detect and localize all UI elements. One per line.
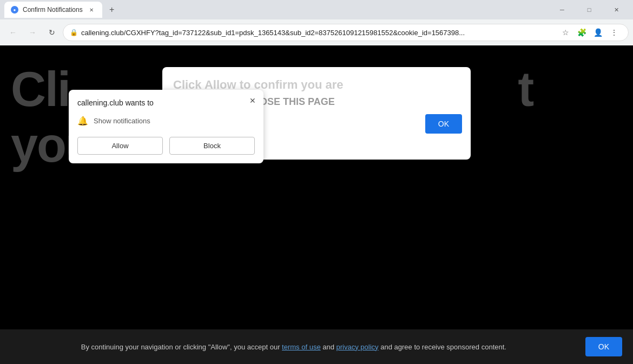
url-text: callening.club/CGXHFY?tag_id=737122&sub_… [81,29,555,37]
notif-action-buttons: Allow Block [69,130,263,163]
profile-icon[interactable]: 👤 [590,25,605,40]
allow-button[interactable]: Allow [77,137,163,155]
reload-button[interactable]: ↻ [43,24,61,41]
browser-tab[interactable]: ● Confirm Notifications ✕ [4,2,102,18]
bottom-bar: By continuing your navigation or clickin… [0,329,633,364]
notif-close-button[interactable]: ✕ [246,94,259,107]
close-button[interactable]: ✕ [604,0,629,19]
menu-icon[interactable]: ⋮ [606,25,622,40]
title-bar: ● Confirm Notifications ✕ + ─ □ ✕ [0,0,633,19]
maximize-button[interactable]: □ [577,0,602,19]
tab-strip: ● Confirm Notifications ✕ + [4,0,548,19]
bottom-text: By continuing your navigation or clickin… [11,343,577,351]
address-input[interactable]: 🔒 callening.club/CGXHFY?tag_id=737122&su… [63,24,629,41]
minimize-button[interactable]: ─ [550,0,575,19]
tab-label: Confirm Notifications [23,6,83,14]
bookmark-icon[interactable]: ☆ [558,25,573,40]
extensions-icon[interactable]: 🧩 [574,25,589,40]
browser-content: Cli t you are ✕ callening.club wants to … [0,45,633,364]
window-controls: ─ □ ✕ [550,0,629,19]
address-action-icons: ☆ 🧩 👤 ⋮ [558,25,622,40]
lock-icon: 🔒 [70,29,78,36]
confirm-ok-button[interactable]: OK [425,114,462,134]
terms-link[interactable]: terms of use [282,343,321,351]
address-bar: ← → ↻ 🔒 callening.club/CGXHFY?tag_id=737… [0,19,633,45]
notif-permission-label: Show notifications [94,117,150,125]
bottom-end: and agree to receive sponsored content. [380,343,506,351]
tab-close-icon[interactable]: ✕ [87,5,96,14]
block-button[interactable]: Block [169,137,255,155]
bottom-text-prefix: By continuing your navigation or clickin… [81,343,282,351]
bottom-ok-button[interactable]: OK [585,337,622,356]
browser-frame: ● Confirm Notifications ✕ + ─ □ ✕ ← → ↻ … [0,0,633,364]
bell-icon: 🔔 [77,116,88,126]
notif-dialog-header: callening.club wants to [69,90,263,111]
notif-permission-row: 🔔 Show notifications [69,111,263,130]
new-tab-button[interactable]: + [104,2,120,17]
privacy-link[interactable]: privacy policy [337,343,379,351]
forward-button[interactable]: → [24,24,41,41]
back-button[interactable]: ← [4,24,22,41]
bottom-and: and [322,343,336,351]
notification-permission-dialog: ✕ callening.club wants to 🔔 Show notific… [69,90,263,163]
tab-favicon: ● [11,6,18,14]
